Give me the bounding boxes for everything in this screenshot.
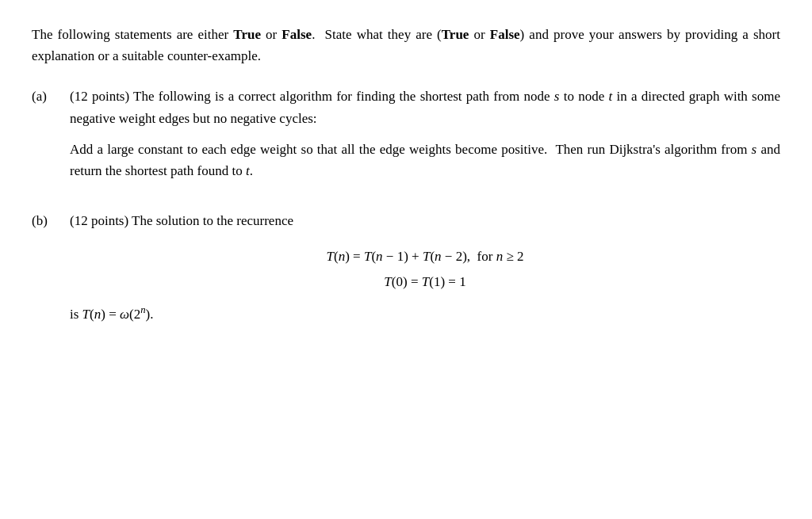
problem-b-label: (b) [32, 210, 70, 231]
problem-a-statement: (12 points) The following is a correct a… [70, 86, 780, 128]
problem-a: (a) (12 points) The following is a corre… [32, 86, 780, 191]
is-line: is T(n) = ω(2n). [70, 302, 780, 325]
page-container: The following statements are either True… [32, 24, 780, 334]
intro-text: The following statements are either True… [32, 24, 780, 67]
problem-a-label: (a) [32, 86, 70, 107]
bold-true-2: True [442, 27, 469, 42]
algorithm-block: Add a large constant to each edge weight… [70, 139, 780, 181]
problem-a-content: (12 points) The following is a correct a… [70, 86, 780, 191]
bold-true-1: True [233, 27, 261, 42]
algorithm-text: Add a large constant to each edge weight… [70, 139, 780, 181]
recurrence-display: T(n) = T(n − 1) + T(n − 2), for n ≥ 2 T(… [70, 246, 780, 292]
node-s-1: s [554, 89, 560, 104]
node-t-2: t [246, 163, 250, 178]
problem-b-content: (12 points) The solution to the recurren… [70, 210, 780, 334]
bold-false-1: False [282, 27, 312, 42]
problem-list: (a) (12 points) The following is a corre… [32, 86, 780, 334]
recurrence-line-2: T(0) = T(1) = 1 [70, 271, 780, 292]
problem-b: (b) (12 points) The solution to the recu… [32, 210, 780, 334]
bold-false-2: False [490, 27, 520, 42]
recurrence-line-1: T(n) = T(n − 1) + T(n − 2), for n ≥ 2 [70, 246, 780, 267]
problem-b-statement: (12 points) The solution to the recurren… [70, 210, 780, 231]
node-t-1: t [608, 89, 612, 104]
node-s-2: s [752, 142, 757, 157]
